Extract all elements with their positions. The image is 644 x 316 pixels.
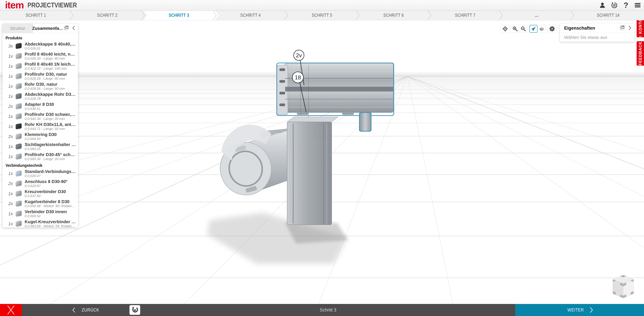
history-icon[interactable]	[611, 2, 618, 8]
item-subtitle: 0.0.629.78	[25, 97, 76, 101]
list-item[interactable]: 2xKlemmring D300.0.664.50	[4, 132, 76, 142]
item-name: Kugelverbinder 8 D30	[25, 199, 76, 204]
list-item[interactable]: 1xKugel-Kreuzverbinder D300.0.683.69 - W…	[4, 219, 76, 228]
part-icon	[15, 200, 23, 207]
item-subtitle: 0.0.669.52	[25, 214, 67, 218]
tab-schritt-7[interactable]: SCHRITT 7	[429, 10, 501, 20]
part-icon	[15, 143, 23, 150]
tab-schritt-4[interactable]: SCHRITT 4	[215, 10, 286, 20]
list-item[interactable]: 2xAnschluss 8 D30-90°0.0.629.97	[4, 178, 76, 188]
list-item[interactable]: 1xKreuzverbinder D300.0.637.90	[4, 188, 76, 199]
replay-step-button[interactable]	[130, 305, 140, 315]
item-subtitle: 0.0.026.33 - Länge: 80 mm	[25, 57, 76, 60]
tab-schritt-6[interactable]: SCHRITT 6	[358, 10, 429, 20]
list-item[interactable]: 1xProfilrohr D30, natur0.0.628.28 - Läng…	[4, 71, 76, 81]
user-icon[interactable]	[599, 2, 606, 8]
feedback-tab[interactable]: FEEDBACK	[636, 41, 644, 66]
item-name: Profilrohr D30-45° schwer, …	[25, 152, 76, 157]
item-subtitle: 0.0.643.71 - Länge: 50 mm	[25, 127, 76, 131]
list-item[interactable]: 1xProfilrohr D30 schwer, natur0.0.642.34…	[4, 111, 76, 121]
item-name: Profilrohr D30 schwer, natur	[25, 112, 76, 117]
close-icon	[7, 305, 15, 315]
item-qty: 2x	[4, 134, 13, 139]
tab-zusammenfassung[interactable]: Zusammenfa…	[33, 24, 63, 33]
chevron-right-icon	[590, 307, 593, 313]
tab-struktur[interactable]: Struktur	[2, 24, 33, 33]
item-qty: 1x	[4, 64, 13, 69]
3d-viewport[interactable]: 2v 18	[0, 20, 644, 304]
tab-schritt-more[interactable]: …	[501, 10, 572, 20]
tab-schritt-5[interactable]: SCHRITT 5	[286, 10, 358, 20]
item-name: Rohr D30, natur	[25, 82, 65, 87]
list-item[interactable]: 2xAdapter 8 D300.0.630.51	[4, 101, 76, 111]
list-item[interactable]: 1xProfil 8 40x40 leicht, natur0.0.026.33…	[4, 51, 76, 61]
tab-schritt-3[interactable]: SCHRITT 3	[143, 10, 215, 20]
item-subtitle: 0.0.630.51	[25, 107, 54, 111]
next-button[interactable]: WEITER	[515, 304, 644, 316]
menu-icon[interactable]	[634, 2, 641, 8]
item-qty: 1x	[4, 54, 13, 59]
part-icon	[15, 42, 23, 50]
item-subtitle: 0.0.683.34 - Länge: 20 mm	[25, 157, 76, 161]
list-item[interactable]: 3xAbdeckkappe 8 40x40, sch…0.0.026.01	[4, 41, 76, 51]
list-item[interactable]: 1xProfil 8 40x40 1N leicht, na…0.0.422.7…	[4, 61, 76, 71]
item-name: Kugel-Kreuzverbinder D30	[25, 219, 76, 224]
item-name: Standard-Verbindungssatz …	[25, 169, 76, 174]
list-item[interactable]: 1xSichtlagerkistenhalter 8, gr…0.0.683.2…	[4, 142, 76, 152]
item-qty: 1x	[4, 221, 13, 226]
popout-icon[interactable]	[620, 25, 625, 31]
list-item[interactable]: 1xVerbinder D30 innen0.0.669.52	[4, 209, 76, 219]
close-button[interactable]	[0, 304, 22, 316]
popout-icon[interactable]	[64, 25, 69, 31]
collapse-panel-icon[interactable]	[71, 25, 76, 31]
tab-schritt-1[interactable]: SCHRITT 1	[0, 10, 72, 20]
item-qty: 1x	[4, 191, 13, 196]
tab-schritt-2[interactable]: SCHRITT 2	[72, 10, 143, 20]
item-name: Profilrohr D30, natur	[25, 72, 67, 77]
part-icon	[15, 180, 23, 187]
fly-mode-icon[interactable]	[530, 25, 538, 33]
help-icon[interactable]: ?	[622, 2, 629, 8]
list-item[interactable]: 2xKugelverbinder 8 D300.0.650.98 - Winke…	[4, 199, 76, 209]
properties-placeholder: Wählen Sie etwas aus	[560, 35, 607, 40]
model-lower-assembly[interactable]	[214, 117, 338, 225]
part-icon	[15, 220, 23, 227]
list-item[interactable]: 1xAbdeckkappe Rohr D30, gr…0.0.629.78	[4, 91, 76, 101]
part-icon	[15, 62, 23, 70]
settings-button[interactable]	[548, 25, 556, 33]
item-qty: 1x	[4, 84, 13, 89]
app-header: item PROJECTVIEWER ?	[0, 0, 644, 11]
list-item[interactable]: 1xProfilrohr D30-45° schwer, …0.0.683.34…	[4, 152, 76, 161]
properties-title: Eigenschaften	[560, 26, 620, 31]
item-name: Abdeckkappe Rohr D30, gr…	[25, 92, 76, 97]
badge-2v: 2v	[296, 52, 302, 58]
footer-bar: ZURÜCK Schritt 3 WEITER	[0, 304, 644, 316]
item-qty: 2x	[4, 181, 13, 186]
collapse-properties-icon[interactable]	[628, 25, 632, 31]
part-icon	[15, 133, 23, 140]
item-qty: 1x	[4, 171, 13, 176]
chevron-left-icon	[72, 307, 76, 313]
item-subtitle: 0.0.650.98 - Winkel: 90; Rotationswinkel…	[25, 204, 76, 208]
list-item[interactable]: 1xRohr KH D30x11,6, anthrazit0.0.643.71 …	[4, 121, 76, 132]
zoom-out-button[interactable]	[519, 25, 527, 33]
view-cube[interactable]	[611, 273, 636, 300]
item-qty: 2x	[4, 201, 13, 206]
center-view-button[interactable]	[501, 25, 510, 33]
envelope-icon	[638, 36, 642, 37]
list-item[interactable]: 1xStandard-Verbindungssatz …0.0.026.07	[4, 168, 76, 178]
solid-mode-icon[interactable]	[538, 25, 546, 33]
item-name: Kreuzverbinder D30	[25, 189, 66, 194]
item-name: Verbinder D30 innen	[25, 209, 67, 214]
item-name: Profil 8 40x40 1N leicht, na…	[25, 62, 76, 67]
badge-18: 18	[295, 74, 301, 81]
item-qty: 1x	[4, 211, 13, 216]
item-subtitle: 0.0.026.01	[25, 47, 76, 50]
item-logo[interactable]: item	[5, 0, 24, 10]
zoom-in-button[interactable]	[511, 25, 519, 33]
list-item[interactable]: 1xRohr D30, natur0.0.628.56 - Länge: 50 …	[4, 81, 76, 91]
back-button[interactable]: ZURÜCK	[72, 304, 101, 316]
tab-schritt-14[interactable]: SCHRITT 14	[572, 10, 644, 20]
part-icon	[15, 83, 23, 90]
part-icon	[15, 170, 23, 177]
